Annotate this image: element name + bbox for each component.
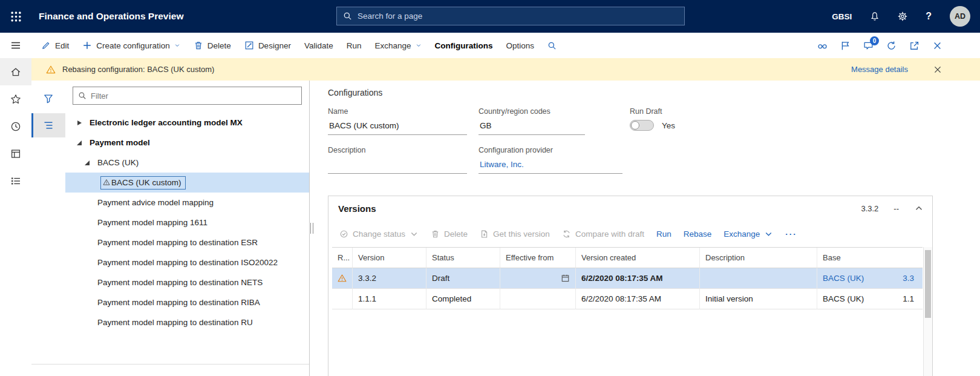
open-new-window-icon[interactable] xyxy=(909,41,920,51)
run-version-button[interactable]: Run xyxy=(650,226,678,242)
chevron-down-icon xyxy=(410,229,419,239)
col-base[interactable]: Base xyxy=(817,248,923,268)
base-version-link[interactable]: 3.3 xyxy=(903,274,914,283)
search-icon xyxy=(343,12,352,21)
message-details-link[interactable]: Message details xyxy=(851,65,908,74)
hamburger-menu-icon[interactable] xyxy=(0,33,31,58)
version-row[interactable]: 1.1.1 Completed 6/2/2020 08:17:35 AM Ini… xyxy=(332,289,923,309)
base-version-text: 1.1 xyxy=(903,294,914,303)
scrollbar-thumb[interactable] xyxy=(925,250,931,318)
tree-item[interactable]: Payment model mapping to destination RU xyxy=(65,312,309,332)
grid-scrollbar[interactable] xyxy=(923,247,932,376)
secondary-badge: -- xyxy=(893,204,899,213)
description-cell xyxy=(700,268,817,289)
configuration-tree: Electronic ledger accounting model MX Pa… xyxy=(65,113,309,332)
collapse-chevron-up-icon[interactable] xyxy=(914,203,924,213)
home-icon[interactable] xyxy=(0,58,31,85)
app-launcher-waffle-icon[interactable] xyxy=(0,0,31,33)
name-value[interactable]: BACS (UK custom) xyxy=(328,120,467,135)
description-value[interactable] xyxy=(328,159,467,174)
message-close-icon[interactable] xyxy=(933,65,942,74)
version-row-selected[interactable]: 3.3.2 Draft 6/2/2020 08:17:35 AM BACS (U… xyxy=(332,268,923,289)
provider-link[interactable]: Litware, Inc. xyxy=(479,159,622,174)
tree-filter-input[interactable] xyxy=(91,91,296,101)
compare-with-draft-button[interactable]: Compare with draft xyxy=(556,226,650,242)
tree-item-selected[interactable]: BACS (UK custom) xyxy=(65,173,309,193)
tree-item[interactable]: Payment model mapping 1611 xyxy=(65,213,309,233)
flag-icon[interactable] xyxy=(840,41,851,51)
edit-button[interactable]: Edit xyxy=(34,33,76,58)
rebase-button[interactable]: Rebase xyxy=(678,226,718,242)
user-avatar[interactable]: AD xyxy=(950,6,970,27)
designer-button[interactable]: Designer xyxy=(238,33,298,58)
create-configuration-button[interactable]: Create configuration xyxy=(76,33,187,58)
get-this-version-button[interactable]: Get this version xyxy=(474,226,556,242)
configuration-form: Name BACS (UK custom) Country/region cod… xyxy=(328,107,980,186)
exchange-menu-button[interactable]: Exchange xyxy=(368,33,428,58)
eyeglasses-icon[interactable] xyxy=(817,41,828,51)
run-draft-value: Yes xyxy=(662,121,675,130)
collapse-icon[interactable] xyxy=(74,140,85,145)
versions-header: Versions 3.3.2 -- xyxy=(328,196,932,220)
validate-button[interactable]: Validate xyxy=(298,33,340,58)
run-button[interactable]: Run xyxy=(340,33,368,58)
delete-button[interactable]: Delete xyxy=(187,33,238,58)
base-config-text: BACS (UK) xyxy=(823,294,864,303)
tree-item[interactable]: Payment model mapping to destination ISO… xyxy=(65,252,309,272)
more-options-button[interactable]: ··· xyxy=(779,226,803,242)
recent-clock-icon[interactable] xyxy=(0,113,31,140)
delete-version-button[interactable]: Delete xyxy=(425,226,474,242)
configuration-detail-pane: Configurations Name BACS (UK custom) Cou… xyxy=(313,81,980,376)
action-search-icon[interactable] xyxy=(541,33,563,58)
chevron-down-icon xyxy=(174,42,180,48)
global-search-input[interactable] xyxy=(358,12,678,21)
tree-item[interactable]: Electronic ledger accounting model MX xyxy=(65,113,309,133)
col-version-created[interactable]: Version created xyxy=(576,248,700,268)
refresh-icon[interactable] xyxy=(886,41,897,51)
change-status-button[interactable]: Change status xyxy=(333,226,425,242)
tree-item[interactable]: Payment model mapping to destination RIB… xyxy=(65,292,309,312)
tree-item[interactable]: Payment model mapping to destination ESR xyxy=(65,233,309,252)
exchange-version-button[interactable]: Exchange xyxy=(717,226,779,242)
trash-icon xyxy=(194,41,203,50)
filter-funnel-icon[interactable] xyxy=(31,87,65,111)
row-warning-cell xyxy=(332,268,353,289)
col-version[interactable]: Version xyxy=(353,248,426,268)
settings-gear-icon[interactable] xyxy=(898,12,907,21)
tree-item[interactable]: Payment advice model mapping xyxy=(65,193,309,213)
run-draft-toggle[interactable] xyxy=(630,120,654,131)
modules-list-icon[interactable] xyxy=(0,167,31,194)
col-record-warning[interactable]: R... xyxy=(332,248,353,268)
tree-filter-box[interactable] xyxy=(73,87,302,105)
left-navigation-rail xyxy=(0,33,31,376)
warning-icon xyxy=(338,274,347,283)
description-field: Description xyxy=(328,146,467,174)
tree-item[interactable]: BACS (UK) xyxy=(65,153,309,173)
effective-from-cell xyxy=(500,289,576,309)
tab-configurations[interactable]: Configurations xyxy=(428,33,500,58)
workspaces-icon[interactable] xyxy=(0,140,31,167)
company-selector[interactable]: GBSI xyxy=(832,12,852,21)
base-config-link[interactable]: BACS (UK) xyxy=(823,274,864,283)
col-description[interactable]: Description xyxy=(700,248,817,268)
favorites-star-icon[interactable] xyxy=(0,85,31,113)
tree-item[interactable]: Payment model xyxy=(65,133,309,153)
expander-icon[interactable] xyxy=(74,120,85,125)
collapse-icon[interactable] xyxy=(82,160,93,165)
get-version-icon xyxy=(480,229,489,239)
calendar-icon[interactable] xyxy=(561,274,570,283)
tree-item[interactable]: Payment model mapping to destination NET… xyxy=(65,272,309,292)
col-effective-from[interactable]: Effective from xyxy=(500,248,576,268)
global-search-box[interactable] xyxy=(336,7,685,25)
designer-icon xyxy=(244,41,254,50)
country-value[interactable]: GB xyxy=(479,120,585,135)
notifications-bell-icon[interactable] xyxy=(870,12,880,21)
help-icon[interactable]: ? xyxy=(926,11,932,22)
close-icon[interactable] xyxy=(932,41,942,51)
configurations-tree-panel: Electronic ledger accounting model MX Pa… xyxy=(31,81,310,376)
provider-field: Configuration provider Litware, Inc. xyxy=(479,146,622,174)
col-status[interactable]: Status xyxy=(426,248,500,268)
attachments-icon[interactable]: 0 xyxy=(863,41,874,51)
tab-options[interactable]: Options xyxy=(500,33,541,58)
tree-view-icon[interactable] xyxy=(31,113,65,137)
